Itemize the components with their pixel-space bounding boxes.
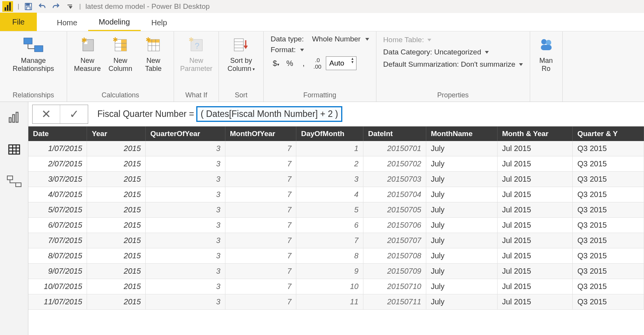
- table-cell[interactable]: 3/07/2015: [28, 172, 87, 187]
- data-type-selector[interactable]: Data type: Whole Number: [271, 35, 369, 43]
- table-cell[interactable]: 2015: [87, 218, 146, 233]
- table-cell[interactable]: 7/07/2015: [28, 233, 87, 248]
- data-table[interactable]: DateYearQuarterOfYearMonthOfYearDayOfMon…: [28, 126, 644, 335]
- table-cell[interactable]: 7: [225, 187, 296, 202]
- column-header[interactable]: MonthName: [426, 126, 497, 141]
- column-header[interactable]: DateInt: [363, 126, 426, 141]
- table-cell[interactable]: 4/07/2015: [28, 187, 87, 202]
- table-cell[interactable]: July: [426, 202, 497, 218]
- column-header[interactable]: Year: [87, 126, 146, 141]
- table-cell[interactable]: 3: [146, 279, 225, 294]
- formula-cancel-button[interactable]: ✕: [33, 105, 60, 123]
- undo-icon[interactable]: [35, 1, 49, 12]
- table-row[interactable]: 5/07/2015201537520150705JulyJul 2015Q3 2…: [28, 202, 644, 218]
- table-cell[interactable]: July: [426, 248, 497, 264]
- formula-commit-button[interactable]: ✓: [60, 105, 88, 123]
- table-cell[interactable]: 2/07/2015: [28, 156, 87, 172]
- table-cell[interactable]: 11: [296, 294, 363, 310]
- table-cell[interactable]: 2015: [87, 172, 146, 187]
- table-cell[interactable]: July: [426, 218, 497, 233]
- table-cell[interactable]: Jul 2015: [497, 172, 573, 187]
- table-cell[interactable]: 9/07/2015: [28, 264, 87, 279]
- table-cell[interactable]: 7: [225, 141, 296, 156]
- table-cell[interactable]: 20150705: [363, 202, 426, 218]
- manage-roles-button[interactable]: ManRo: [535, 34, 558, 72]
- table-cell[interactable]: 7: [225, 264, 296, 279]
- table-cell[interactable]: 20150701: [363, 141, 426, 156]
- sort-by-column-button[interactable]: Sort byColumn▾: [223, 34, 259, 72]
- table-cell[interactable]: 7: [225, 172, 296, 187]
- table-cell[interactable]: 20150711: [363, 294, 426, 310]
- table-cell[interactable]: 20150706: [363, 218, 426, 233]
- table-row[interactable]: 9/07/2015201537920150709JulyJul 2015Q3 2…: [28, 264, 644, 279]
- table-cell[interactable]: 4: [296, 187, 363, 202]
- table-cell[interactable]: Jul 2015: [497, 233, 573, 248]
- table-row[interactable]: 8/07/2015201537820150708JulyJul 2015Q3 2…: [28, 248, 644, 264]
- table-cell[interactable]: 5: [296, 202, 363, 218]
- tab-help[interactable]: Help: [141, 14, 178, 31]
- table-cell[interactable]: 3: [146, 294, 225, 310]
- model-view-button[interactable]: [6, 173, 23, 190]
- table-cell[interactable]: Jul 2015: [497, 279, 573, 294]
- table-cell[interactable]: July: [426, 172, 497, 187]
- table-cell[interactable]: 20150707: [363, 233, 426, 248]
- tab-file[interactable]: File: [0, 13, 37, 31]
- column-header[interactable]: QuarterOfYear: [146, 126, 225, 141]
- table-cell[interactable]: 2015: [87, 233, 146, 248]
- table-cell[interactable]: 7: [225, 233, 296, 248]
- table-row[interactable]: 7/07/2015201537720150707JulyJul 2015Q3 2…: [28, 233, 644, 248]
- table-cell[interactable]: Jul 2015: [497, 248, 573, 264]
- column-header[interactable]: Date: [28, 126, 87, 141]
- table-cell[interactable]: 6: [296, 218, 363, 233]
- table-cell[interactable]: July: [426, 294, 497, 310]
- table-row[interactable]: 6/07/2015201537620150706JulyJul 2015Q3 2…: [28, 218, 644, 233]
- comma-format-button[interactable]: ,: [298, 59, 309, 68]
- table-cell[interactable]: 20150703: [363, 172, 426, 187]
- table-cell[interactable]: Q3 2015: [573, 218, 644, 233]
- table-cell[interactable]: Q3 2015: [573, 141, 644, 156]
- tab-home[interactable]: Home: [46, 14, 88, 31]
- table-cell[interactable]: 2015: [87, 187, 146, 202]
- table-row[interactable]: 10/07/20152015371020150710JulyJul 2015Q3…: [28, 279, 644, 294]
- table-cell[interactable]: 3: [146, 172, 225, 187]
- table-cell[interactable]: 8/07/2015: [28, 248, 87, 264]
- table-cell[interactable]: 5/07/2015: [28, 202, 87, 218]
- table-cell[interactable]: 7: [225, 202, 296, 218]
- table-cell[interactable]: 2: [296, 156, 363, 172]
- table-row[interactable]: 3/07/2015201537320150703JulyJul 2015Q3 2…: [28, 172, 644, 187]
- table-cell[interactable]: July: [426, 264, 497, 279]
- table-cell[interactable]: 2015: [87, 141, 146, 156]
- table-cell[interactable]: Q3 2015: [573, 294, 644, 310]
- table-cell[interactable]: 8: [296, 248, 363, 264]
- tab-modeling[interactable]: Modeling: [88, 14, 141, 31]
- table-cell[interactable]: July: [426, 279, 497, 294]
- table-cell[interactable]: 6/07/2015: [28, 218, 87, 233]
- table-cell[interactable]: 3: [146, 202, 225, 218]
- table-cell[interactable]: Jul 2015: [497, 294, 573, 310]
- table-cell[interactable]: Q3 2015: [573, 156, 644, 172]
- table-row[interactable]: 2/07/2015201537220150702JulyJul 2015Q3 2…: [28, 156, 644, 172]
- column-header[interactable]: MonthOfYear: [225, 126, 296, 141]
- table-cell[interactable]: Q3 2015: [573, 202, 644, 218]
- table-cell[interactable]: July: [426, 156, 497, 172]
- table-cell[interactable]: 7: [225, 156, 296, 172]
- table-cell[interactable]: 7: [225, 279, 296, 294]
- table-cell[interactable]: 7: [225, 248, 296, 264]
- table-cell[interactable]: 20150704: [363, 187, 426, 202]
- table-cell[interactable]: Q3 2015: [573, 233, 644, 248]
- data-view-button[interactable]: [6, 141, 23, 158]
- table-cell[interactable]: 10: [296, 279, 363, 294]
- column-header[interactable]: Quarter & Y: [573, 126, 644, 141]
- table-cell[interactable]: 9: [296, 264, 363, 279]
- table-cell[interactable]: 20150702: [363, 156, 426, 172]
- table-cell[interactable]: 10/07/2015: [28, 279, 87, 294]
- table-cell[interactable]: 7: [225, 218, 296, 233]
- percent-format-button[interactable]: %: [284, 59, 295, 68]
- customize-qat-icon[interactable]: [63, 1, 77, 12]
- table-cell[interactable]: 20150710: [363, 279, 426, 294]
- table-cell[interactable]: 3: [146, 187, 225, 202]
- table-row[interactable]: 1/07/2015201537120150701JulyJul 2015Q3 2…: [28, 141, 644, 156]
- table-cell[interactable]: 3: [296, 172, 363, 187]
- table-cell[interactable]: 3: [146, 233, 225, 248]
- table-cell[interactable]: Q3 2015: [573, 187, 644, 202]
